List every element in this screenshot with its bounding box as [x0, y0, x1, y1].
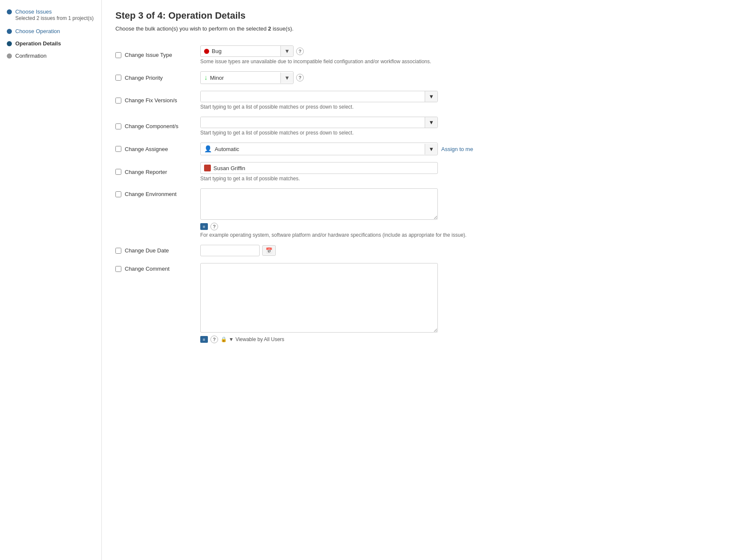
field-cell-fix-version: ▼ Start typing to get a list of possible…: [200, 87, 731, 113]
assignee-arrow-icon: ▼: [429, 146, 434, 152]
label-cell-assignee: Change Assignee: [115, 139, 200, 159]
checkbox-change-fix-version[interactable]: [115, 98, 121, 104]
label-cell-component: Change Component/s: [115, 113, 200, 139]
fix-version-arrow-btn[interactable]: ▼: [425, 91, 437, 102]
assignee-avatar-icon: 👤: [204, 145, 212, 153]
sidebar-label-operation-details: Operation Details: [15, 40, 61, 47]
visibility-label: Viewable by All Users: [235, 336, 284, 342]
reporter-avatar: [204, 165, 211, 171]
subtitle-prefix: Choose the bulk action(s) you wish to pe…: [115, 25, 268, 32]
row-change-component: Change Component/s ▼ Start typing to get…: [115, 113, 731, 139]
row-change-reporter: Change Reporter Susan Griffin Start typi…: [115, 159, 731, 185]
checkbox-change-environment[interactable]: [115, 191, 121, 197]
label-change-assignee: Change Assignee: [125, 146, 168, 152]
page-subtitle: Choose the bulk action(s) you wish to pe…: [115, 25, 731, 32]
component-hint: Start typing to get a list of possible m…: [200, 130, 731, 136]
comment-textarea[interactable]: [200, 263, 438, 333]
lock-icon: 🔒: [221, 336, 227, 342]
issue-type-arrow[interactable]: ▼: [280, 46, 293, 56]
checkbox-change-assignee[interactable]: [115, 146, 121, 152]
field-cell-comment: ≡ ? 🔒 ▼ Viewable by All Users: [200, 260, 731, 347]
dropdown-arrow-icon: ▼: [284, 48, 290, 54]
field-cell-issue-type: Bug ▼ ? Some issue types are unavailable…: [200, 42, 731, 68]
comment-visibility-wrapper: 🔒 ▼ Viewable by All Users: [221, 336, 284, 342]
checkbox-change-component[interactable]: [115, 123, 121, 129]
main-content: Step 3 of 4: Operation Details Choose th…: [102, 0, 745, 560]
assignee-select-wrapper[interactable]: 👤 Automatic ▼: [200, 143, 438, 155]
sidebar-item-choose-issues[interactable]: Choose Issues Selected 2 issues from 1 p…: [7, 8, 95, 22]
row-change-assignee: Change Assignee 👤 Automatic ▼ Assign to …: [115, 139, 731, 159]
label-change-component: Change Component/s: [125, 123, 178, 129]
sidebar-sub-choose-issues: Selected 2 issues from 1 project(s): [15, 15, 94, 22]
sidebar: Choose Issues Selected 2 issues from 1 p…: [0, 0, 102, 560]
comment-help-icon[interactable]: ?: [210, 336, 218, 343]
component-arrow-icon: ▼: [429, 119, 434, 126]
field-cell-priority: ↓ Minor ▼ ?: [200, 68, 731, 87]
reporter-value: Susan Griffin: [213, 165, 245, 171]
assignee-value: Automatic: [215, 146, 239, 152]
fix-version-arrow-icon: ▼: [429, 93, 434, 100]
priority-select[interactable]: ↓ Minor ▼: [200, 71, 294, 84]
comment-toolbar-icon[interactable]: ≡: [200, 336, 208, 343]
issue-type-value: Bug: [212, 48, 221, 54]
sidebar-item-operation-details: Operation Details: [7, 40, 95, 47]
field-cell-assignee: 👤 Automatic ▼ Assign to me: [200, 139, 731, 159]
sidebar-label-confirmation: Confirmation: [15, 53, 47, 59]
environment-toolbar-icon[interactable]: ≡: [200, 223, 208, 230]
reporter-input-wrapper[interactable]: Susan Griffin: [200, 162, 438, 174]
assignee-arrow-btn[interactable]: ▼: [425, 144, 437, 154]
comment-toolbar: ≡ ? 🔒 ▼ Viewable by All Users: [200, 336, 731, 343]
checkbox-change-comment[interactable]: [115, 266, 121, 272]
label-cell-issue-type: Change Issue Type: [115, 42, 200, 68]
subtitle-count: 2: [268, 25, 271, 32]
calendar-icon: 📅: [266, 247, 272, 254]
assign-to-me-link[interactable]: Assign to me: [441, 146, 473, 152]
environment-help-icon[interactable]: ?: [210, 223, 218, 230]
sidebar-dot-confirmation: [7, 53, 12, 59]
checkbox-change-issue-type[interactable]: [115, 52, 121, 58]
label-cell-due-date: Change Due Date: [115, 241, 200, 260]
calendar-button[interactable]: 📅: [262, 245, 276, 256]
label-change-comment: Change Comment: [125, 266, 170, 272]
form-table: Change Issue Type Bug ▼ ?: [115, 42, 731, 347]
field-cell-reporter: Susan Griffin Start typing to get a list…: [200, 159, 731, 185]
row-change-fix-version: Change Fix Version/s ▼ Start typing to g…: [115, 87, 731, 113]
issue-type-hint: Some issue types are unavailable due to …: [200, 59, 731, 64]
sidebar-item-choose-operation[interactable]: Choose Operation: [7, 28, 95, 34]
field-cell-environment: ≡ ? For example operating system, softwa…: [200, 185, 731, 241]
label-change-environment: Change Environment: [125, 191, 176, 197]
visibility-dropdown-arrow[interactable]: ▼: [229, 336, 234, 342]
label-cell-reporter: Change Reporter: [115, 159, 200, 185]
issue-type-help-icon[interactable]: ?: [296, 48, 304, 55]
sidebar-dot-choose-issues: [7, 9, 12, 14]
checkbox-change-priority[interactable]: [115, 75, 121, 81]
due-date-input[interactable]: [200, 245, 260, 256]
label-cell-priority: Change Priority: [115, 68, 200, 87]
sidebar-label-choose-operation[interactable]: Choose Operation: [15, 28, 60, 34]
environment-toolbar: ≡ ?: [200, 223, 731, 230]
label-cell-environment: Change Environment: [115, 185, 200, 241]
fix-version-input-wrapper[interactable]: ▼: [200, 91, 438, 102]
component-input-wrapper[interactable]: ▼: [200, 117, 438, 128]
priority-value: Minor: [210, 75, 224, 81]
priority-dropdown-icon: ▼: [284, 75, 290, 81]
priority-help-icon[interactable]: ?: [296, 74, 304, 81]
label-change-issue-type: Change Issue Type: [125, 52, 172, 58]
label-cell-comment: Change Comment: [115, 260, 200, 347]
checkbox-change-due-date[interactable]: [115, 248, 121, 254]
fix-version-input[interactable]: [201, 91, 425, 102]
checkbox-change-reporter[interactable]: [115, 169, 121, 175]
component-input[interactable]: [201, 117, 425, 128]
fix-version-hint: Start typing to get a list of possible m…: [200, 104, 731, 110]
page-title: Step 3 of 4: Operation Details: [115, 10, 731, 21]
subtitle-suffix: issue(s).: [271, 25, 294, 32]
field-cell-due-date: 📅: [200, 241, 731, 260]
component-arrow-btn[interactable]: ▼: [425, 117, 437, 128]
field-cell-component: ▼ Start typing to get a list of possible…: [200, 113, 731, 139]
row-change-environment: Change Environment ≡ ? For example opera…: [115, 185, 731, 241]
label-cell-fix-version: Change Fix Version/s: [115, 87, 200, 113]
sidebar-label-choose-issues[interactable]: Choose Issues: [15, 8, 94, 15]
environment-textarea[interactable]: [200, 188, 438, 220]
issue-type-select[interactable]: Bug ▼: [200, 45, 294, 57]
priority-dropdown-arrow[interactable]: ▼: [280, 73, 293, 83]
